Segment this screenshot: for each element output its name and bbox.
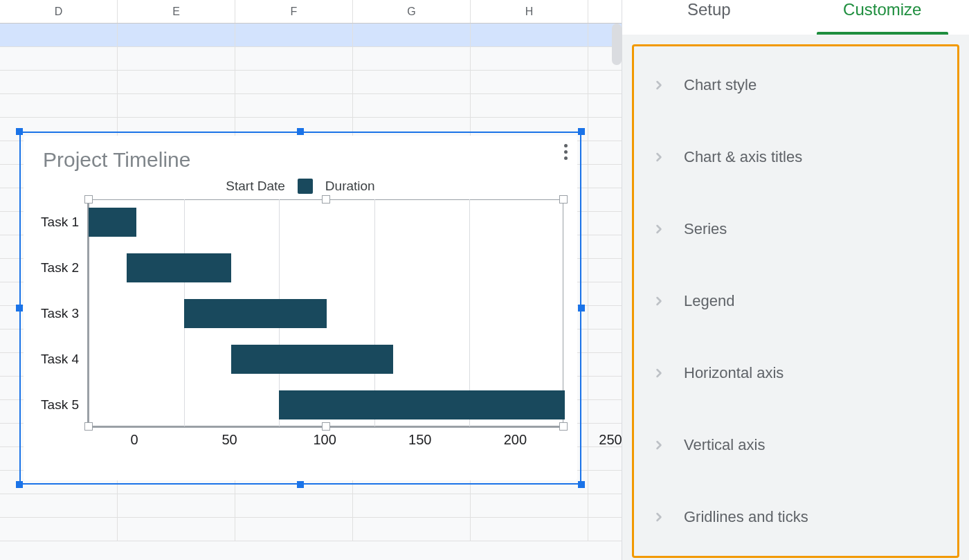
section-label: Legend — [684, 292, 734, 310]
chart-bar[interactable] — [231, 345, 393, 374]
resize-handle[interactable] — [578, 305, 585, 311]
chart-editor-panel: Setup Customize Chart style Chart & axis… — [622, 0, 969, 560]
column-headers: D E F G H — [0, 0, 622, 24]
chart-x-axis: 050100150200250 — [134, 428, 610, 450]
col-header[interactable]: D — [0, 0, 118, 23]
resize-handle[interactable] — [297, 481, 304, 488]
chevron-right-icon — [652, 438, 666, 452]
more-vert-icon — [564, 144, 568, 147]
section-vertical-axis[interactable]: Vertical axis — [634, 409, 957, 481]
cell[interactable] — [471, 24, 588, 46]
chevron-right-icon — [652, 294, 666, 308]
col-header[interactable]: E — [118, 0, 235, 23]
chart-bar-row: Task 4 — [89, 345, 563, 374]
plot-resize-handle[interactable] — [84, 422, 93, 431]
resize-handle[interactable] — [16, 128, 23, 135]
resize-handle[interactable] — [16, 305, 23, 311]
section-label: Chart style — [684, 76, 757, 94]
x-tick-label: 100 — [314, 432, 336, 448]
legend-swatch — [298, 179, 313, 194]
section-horizontal-axis[interactable]: Horizontal axis — [634, 337, 957, 409]
resize-handle[interactable] — [297, 128, 304, 135]
plot-resize-handle[interactable] — [559, 195, 568, 204]
section-chart-style[interactable]: Chart style — [634, 49, 957, 121]
y-tick-label: Task 2 — [41, 260, 79, 276]
chart-bar-row: Task 2 — [89, 253, 563, 282]
resize-handle[interactable] — [16, 481, 23, 488]
x-tick-label: 50 — [221, 432, 237, 448]
section-label: Gridlines and ticks — [684, 508, 808, 526]
chart-bar-row: Task 3 — [89, 299, 563, 328]
section-gridlines-ticks[interactable]: Gridlines and ticks — [634, 481, 957, 553]
tab-setup[interactable]: Setup — [622, 0, 796, 35]
tab-customize[interactable]: Customize — [796, 0, 970, 35]
section-chart-axis-titles[interactable]: Chart & axis titles — [634, 121, 957, 193]
chart-legend[interactable]: Start Date Duration — [40, 179, 561, 194]
chart-title[interactable]: Project Timeline — [43, 148, 561, 172]
more-vert-icon — [564, 150, 568, 154]
chart-bar[interactable] — [279, 390, 565, 419]
section-legend[interactable]: Legend — [634, 265, 957, 337]
grid-row[interactable] — [0, 24, 622, 47]
chart-bar-row: Task 1 — [89, 208, 563, 237]
section-label: Series — [684, 220, 727, 238]
chevron-right-icon — [652, 366, 666, 380]
chevron-right-icon — [652, 510, 666, 524]
plot-resize-handle[interactable] — [322, 195, 330, 204]
vertical-scrollbar[interactable] — [612, 24, 622, 65]
chart-bar[interactable] — [89, 208, 136, 237]
resize-handle[interactable] — [578, 128, 585, 135]
plot-resize-handle[interactable] — [84, 195, 93, 204]
chart-bar-row: Task 5 — [89, 390, 563, 419]
legend-entry: Duration — [325, 179, 375, 194]
chart-bar[interactable] — [127, 253, 231, 282]
chart-bar[interactable] — [184, 299, 327, 328]
chevron-right-icon — [652, 78, 666, 92]
y-tick-label: Task 1 — [41, 215, 79, 230]
section-label: Chart & axis titles — [684, 148, 802, 166]
col-header[interactable]: G — [353, 0, 471, 23]
spreadsheet-grid[interactable]: D E F G H — [0, 0, 622, 560]
y-tick-label: Task 4 — [41, 352, 79, 367]
x-tick-label: 200 — [504, 432, 527, 448]
y-tick-label: Task 5 — [41, 397, 79, 413]
x-tick-label: 0 — [130, 432, 138, 448]
chart-editor-tabs: Setup Customize — [622, 0, 969, 35]
col-header[interactable]: F — [235, 0, 353, 23]
x-tick-label: 150 — [408, 432, 431, 448]
cell[interactable] — [353, 24, 471, 46]
chart-object[interactable]: Project Timeline Start Date Duration — [19, 132, 581, 485]
chart-plot-area[interactable]: Task 1Task 2Task 3Task 4Task 5 — [87, 199, 563, 428]
legend-entry: Start Date — [226, 179, 285, 194]
resize-handle[interactable] — [578, 481, 585, 488]
chevron-right-icon — [652, 222, 666, 236]
cell[interactable] — [0, 24, 118, 46]
y-tick-label: Task 3 — [41, 306, 79, 321]
chart-more-menu[interactable] — [564, 144, 568, 160]
x-tick-label: 250 — [599, 432, 622, 448]
cell[interactable] — [118, 24, 235, 46]
section-label: Vertical axis — [684, 436, 765, 454]
section-label: Horizontal axis — [684, 364, 784, 382]
more-vert-icon — [564, 156, 568, 160]
customize-sections-highlight: Chart style Chart & axis titles Series L… — [632, 44, 959, 558]
cell[interactable] — [235, 24, 353, 46]
col-header[interactable]: H — [471, 0, 588, 23]
chevron-right-icon — [652, 150, 666, 164]
section-series[interactable]: Series — [634, 193, 957, 265]
